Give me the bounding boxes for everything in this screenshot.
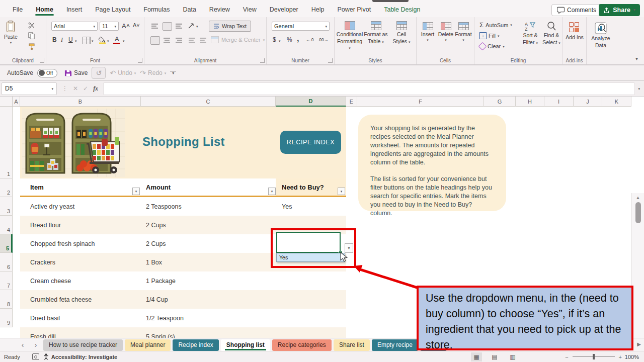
need-filter-button[interactable]: ▾ — [338, 188, 345, 195]
cut-icon[interactable] — [28, 22, 35, 29]
sheet-tab-empty-recipe[interactable]: Empty recipe — [372, 339, 418, 351]
recipe-index-button[interactable]: RECIPE INDEX — [280, 131, 341, 154]
fill-color-icon[interactable] — [99, 36, 106, 44]
autosave-toggle[interactable]: Off — [37, 69, 57, 77]
sheet-tab-recipe-index[interactable]: Recipe index — [173, 339, 218, 351]
find-select-button[interactable]: Find & Select ▾ — [542, 21, 561, 45]
delete-cells-button[interactable]: Delete ▾ — [438, 22, 454, 42]
sheet-tab-recipe-categories[interactable]: Recipe categories — [272, 339, 332, 351]
column-header-b[interactable]: B — [20, 97, 141, 107]
fill-button[interactable]: ↓ Fill ▾ — [479, 32, 500, 39]
decrease-decimal-icon[interactable]: .00→ — [318, 37, 328, 42]
page-layout-view-icon[interactable]: ▤ — [489, 352, 500, 361]
zoom-slider[interactable] — [573, 356, 615, 357]
item-filter-button[interactable]: ▾ — [132, 188, 140, 195]
collapse-ribbon-icon[interactable]: ▾ — [635, 56, 638, 61]
zoom-slider-handle[interactable] — [593, 354, 595, 359]
sort-filter-button[interactable]: AZ Sort & Filter ▾ — [521, 21, 540, 45]
number-format-combo[interactable]: General▾ — [272, 22, 330, 31]
table-row[interactable]: Fresh dill 5 Sprig (s) — [20, 327, 346, 338]
formula-input[interactable] — [103, 82, 635, 95]
table-row[interactable]: Dried basil 1/2 Teaspoon — [20, 309, 346, 327]
enter-icon[interactable]: ✓ — [83, 85, 88, 92]
amount-filter-button[interactable]: ▾ — [268, 188, 276, 195]
clear-button[interactable]: Clear ▾ — [479, 43, 505, 49]
zoom-in-icon[interactable]: + — [619, 354, 622, 360]
share-dropdown-icon[interactable]: ▾ — [633, 8, 635, 12]
zoom-out-icon[interactable]: − — [565, 354, 568, 360]
format-as-table-button[interactable]: Format as Table ▾ — [364, 21, 388, 44]
tab-help[interactable]: Help — [305, 3, 331, 17]
underline-dropdown-icon[interactable]: ▾ — [75, 39, 77, 43]
normal-view-icon[interactable]: ▦ — [471, 352, 482, 361]
cancel-icon[interactable]: ✕ — [73, 85, 78, 92]
borders-icon[interactable] — [83, 37, 91, 44]
hscroll-right-icon[interactable]: ▶ — [637, 341, 641, 347]
font-size-combo[interactable]: 11▾ — [100, 22, 119, 31]
align-right-icon[interactable] — [176, 37, 182, 43]
tab-data[interactable]: Data — [176, 3, 202, 17]
share-button[interactable]: Share ▾ — [599, 4, 640, 16]
column-header-a[interactable]: A — [13, 97, 20, 107]
tab-view[interactable]: View — [236, 3, 263, 17]
font-name-combo[interactable]: Arial▾ — [51, 22, 98, 31]
grow-font-icon[interactable]: A˄ — [122, 22, 130, 30]
accessibility-status[interactable]: Accessibility: Investigate — [51, 354, 117, 360]
zoom-percentage[interactable]: 100% — [625, 354, 639, 360]
font-color-icon[interactable]: A — [115, 35, 119, 43]
row-header-1[interactable]: 1 — [0, 107, 13, 178]
align-bottom-icon[interactable] — [176, 23, 182, 29]
autosum-button[interactable]: Σ AutoSum ▾ — [479, 21, 512, 29]
sheet-tab-share-list[interactable]: Share list — [334, 339, 370, 351]
column-header-i[interactable]: I — [544, 97, 574, 107]
column-header-f[interactable]: F — [357, 97, 484, 107]
increase-indent-icon[interactable] — [200, 37, 206, 43]
comma-style-icon[interactable]: , — [297, 34, 299, 43]
sheet-tab-how-to-use[interactable]: How to use recipe tracker — [43, 339, 123, 351]
insert-function-icon[interactable]: fx — [93, 85, 98, 93]
copy-icon[interactable] — [28, 32, 35, 39]
orientation-icon[interactable] — [188, 22, 195, 29]
font-dialog-launcher[interactable] — [138, 58, 142, 63]
save-button[interactable]: Save — [64, 69, 88, 77]
increase-decimal-icon[interactable]: ←.0 — [306, 37, 314, 42]
sheet-tab-shopping-list[interactable]: Shopping list — [221, 339, 270, 351]
next-sheet-icon[interactable]: › — [29, 341, 42, 349]
tab-power-pivot[interactable]: Power Pivot — [331, 3, 377, 17]
conditional-formatting-button[interactable]: Conditional Formatting ▾ — [338, 21, 362, 50]
tab-page-layout[interactable]: Page Layout — [89, 3, 137, 17]
align-left-icon[interactable] — [150, 36, 160, 45]
insert-cells-button[interactable]: Insert ▾ — [420, 22, 436, 42]
paste-button[interactable]: Paste ▾ — [4, 20, 18, 44]
tab-insert[interactable]: Insert — [60, 3, 89, 17]
tab-formulas[interactable]: Formulas — [137, 3, 176, 17]
alignment-dialog-launcher[interactable] — [260, 58, 265, 63]
comments-button[interactable]: Comments — [551, 4, 602, 16]
scrollbar-thumb[interactable] — [635, 202, 641, 223]
row-header-2[interactable]: 2 — [0, 178, 13, 197]
font-color-dropdown-icon[interactable]: ▾ — [123, 39, 125, 43]
select-all-corner[interactable] — [0, 97, 13, 107]
table-row[interactable]: Active dry yeast 2 Teaspoons Yes — [20, 197, 346, 216]
name-box[interactable]: D5▾ — [2, 82, 57, 95]
decrease-indent-icon[interactable] — [189, 37, 195, 43]
loop-icon[interactable]: ↺ — [92, 67, 106, 79]
prev-sheet-icon[interactable]: ‹ — [16, 341, 29, 349]
fill-color-dropdown-icon[interactable]: ▾ — [107, 39, 109, 43]
qat-overflow-icon[interactable]: ▾ — [170, 71, 176, 75]
cell-styles-button[interactable]: Cell Styles ▾ — [390, 21, 413, 44]
clipboard-dialog-launcher[interactable] — [40, 58, 44, 63]
paste-dropdown-icon[interactable]: ▾ — [10, 41, 12, 44]
merge-center-button[interactable]: Merge & Center ▾ — [211, 36, 265, 43]
scroll-up-icon[interactable]: ▲ — [632, 195, 644, 200]
tab-table-design[interactable]: Table Design — [377, 3, 427, 17]
accounting-format-icon[interactable]: $ — [273, 36, 276, 43]
table-row[interactable]: Cream cheese 1 Package — [20, 272, 346, 290]
expand-formula-bar-icon[interactable]: ▾ — [638, 87, 640, 90]
tab-home[interactable]: Home — [29, 3, 60, 17]
column-header-h[interactable]: H — [516, 97, 544, 107]
column-header-g[interactable]: G — [484, 97, 516, 107]
redo-button[interactable]: ↷ Redo ▾ — [140, 69, 166, 77]
format-cells-button[interactable]: Format ▾ — [455, 22, 472, 42]
orientation-dropdown-icon[interactable]: ▾ — [196, 25, 198, 28]
